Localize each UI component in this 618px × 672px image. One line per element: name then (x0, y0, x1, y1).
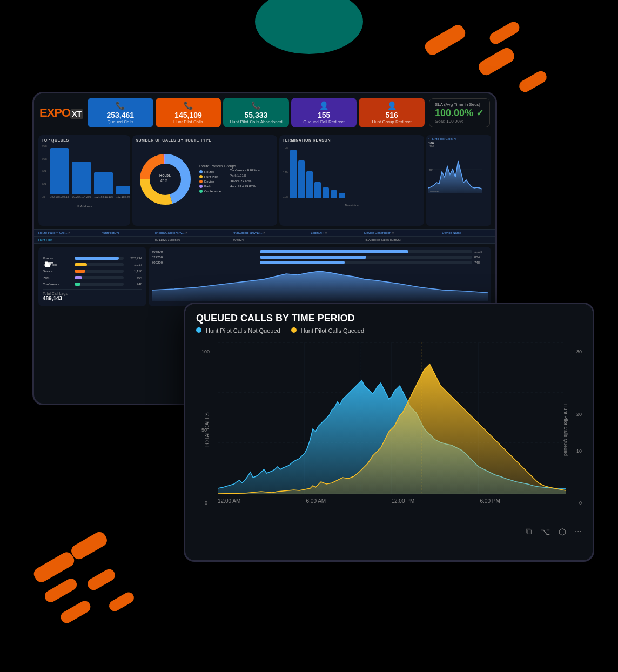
svg-text:50: 50 (429, 168, 433, 171)
kpi-cards-container: 📞 253,461 Queued Calls 📞 145,109 Hunt Pi… (88, 98, 425, 127)
dot-queued (291, 327, 297, 333)
y-term-0.0m: 0.0M (283, 195, 288, 198)
dot-not-queued (196, 327, 201, 333)
bar-group-4: 192.168.204.116 (116, 186, 130, 198)
y-grid-0: 0 (205, 500, 207, 506)
bar-2 (72, 162, 91, 194)
kpi-queued-redirect-icon: 👤 (295, 101, 353, 110)
route-label-conference: Conference (43, 283, 72, 286)
legend-title: Route Pattern Groups (199, 164, 236, 168)
export-button[interactable]: ⬡ (559, 527, 566, 537)
y-right-0: 0 (579, 500, 582, 506)
sec-val-1: 1,136 (474, 250, 488, 253)
route-svg (152, 268, 488, 301)
route-value-device: 1,116 (126, 270, 142, 273)
deco-shape-bl5 (59, 599, 93, 625)
route-item-hunt: Hunt Pilot 1,217 (43, 263, 142, 266)
y-right-10: 10 (576, 448, 582, 454)
label-queued: Hunt Pilot Calls Queued (301, 327, 364, 334)
sec-bar-fill-3 (260, 261, 345, 264)
charts-row: TOP QUEUES 80k 60k 40k 20k 0k 192.168.20… (34, 132, 495, 229)
table-data-row: Hunt Pilot 8011822738b569 808824 TRA Ins… (34, 237, 495, 244)
kpi-hunt-redirect: 👤 516 Hunt Group Redirect (359, 98, 425, 127)
sec-bar-2 (260, 256, 472, 259)
legend-label-routes: Routes (204, 170, 214, 173)
deco-shape-bl2 (69, 529, 110, 561)
x-label-6am: 6:00 AM (306, 498, 326, 504)
label-park-pct: Park 1.31% (230, 174, 260, 177)
queued-time-chart (218, 342, 566, 494)
term-bar-6 (331, 190, 337, 198)
more-button[interactable]: ··· (575, 527, 582, 537)
col-header-login: LoginURI × (311, 231, 360, 234)
logo-area: EXPOXT (39, 106, 83, 120)
y-label-40k: 40k (42, 170, 47, 173)
donut-chart: Route. 45.5... (136, 150, 195, 209)
termination-panel: TERMINATION REASON 0.2M 0.1M 0.0M (279, 135, 424, 226)
route-item-device: Device 1,116 (43, 270, 142, 273)
label-conference-pct: Conference 0.02% ← (230, 169, 260, 172)
y-right-20: 20 (576, 412, 582, 417)
chart-toolbar: ⧉ ⌥ ⬡ ··· (185, 522, 593, 541)
total-label: Total Call Legs (43, 292, 142, 295)
cell-final: 808824 (233, 238, 306, 241)
col-header-route: Route Pattern Gro... × (38, 231, 97, 234)
bar-label-4: 192.168.204.116 (116, 195, 130, 198)
x-axis-label-queues: IP Address (42, 205, 127, 208)
bar-group-3: 192.168.11.115 (94, 172, 113, 198)
sla-label: SLA (Avg Time in Secs) (435, 102, 484, 107)
y-grid-50: 50 (201, 427, 207, 433)
route-bar-fill-park (75, 276, 82, 279)
y-axis-termination: 0.2M 0.1M 0.0M (283, 144, 288, 198)
route-bar-track-hunt (75, 263, 124, 266)
kpi-abandoned-number: 55,333 (227, 111, 285, 119)
term-bar-4 (314, 182, 321, 198)
kpi-hunt-redirect-number: 516 (363, 111, 420, 119)
cell-route: Hunt Pilot (38, 238, 97, 241)
kpi-queued-calls-number: 253,461 (92, 111, 149, 119)
col-header-dn: huntPilotDN (102, 231, 151, 234)
route-value-conference: 748 (126, 283, 142, 286)
logo-expo: EXPO (39, 106, 70, 119)
y-label-80k: 80k (42, 144, 47, 147)
y-label-0k: 0k (42, 195, 47, 198)
copy-button[interactable]: ⧉ (526, 527, 532, 537)
legend-dot-conference (199, 190, 203, 193)
total-calls-area: Total Call Legs 489,143 (43, 289, 142, 301)
sla-percentage: 100.00% (435, 107, 473, 118)
route-bar-fill-routes (75, 257, 119, 260)
route-value-park: 804 (126, 276, 142, 279)
sec-bar-1 (260, 250, 472, 253)
term-bar-3 (306, 171, 313, 198)
route-bar-track-routes (75, 257, 124, 260)
route-breakdown-list: Routes 222,734 Hunt Pilot 1,217 (43, 257, 142, 286)
donut-container: Route. 45.5... Route Pattern Groups Rout… (136, 144, 274, 214)
sla-check-icon: ✓ (476, 107, 484, 118)
cursor-icon: ☛ (44, 258, 55, 272)
legend-label-park: Park (204, 185, 211, 188)
term-bars (290, 144, 345, 198)
background: EXPOXT 📞 253,461 Queued Calls 📞 145,109 … (0, 0, 618, 672)
y-label-60k: 60k (42, 157, 47, 160)
route-area-chart (152, 268, 488, 303)
y-right-30: 30 (576, 349, 582, 354)
deco-shape-tr2 (476, 45, 517, 77)
kpi-hunt-pilot: 📞 145,109 Hunt Pilot Calls (156, 98, 221, 127)
x-label-6pm: 6:00 PM (480, 498, 500, 504)
bar-group-1: 192.168.204.15 (50, 148, 69, 198)
sla-card: SLA (Avg Time in Secs) 100.00% ✓ Goal: 1… (429, 98, 490, 127)
logo-xt: XT (70, 109, 83, 119)
sec-label-1: 808800 (152, 250, 258, 253)
route-item-conference: Conference 748 (43, 283, 142, 286)
route-type-title: NUMBER OF CALLS BY ROUTE TYPE (136, 138, 274, 142)
x-axis-termination: Description (283, 204, 421, 207)
kpi-abandoned-icon: 📞 (227, 101, 285, 110)
sec-bar-3 (260, 261, 472, 264)
sec-val-3: 748 (474, 261, 488, 264)
filter-button[interactable]: ⌥ (540, 527, 550, 537)
cell-dn (102, 238, 151, 241)
qc-title: • Hunt Pilot Calls N (428, 137, 489, 140)
y-term-0.2m: 0.2M (283, 146, 288, 150)
top-queues-title: TOP QUEUES (42, 138, 127, 142)
kpi-hunt-pilot-icon: 📞 (160, 101, 217, 110)
